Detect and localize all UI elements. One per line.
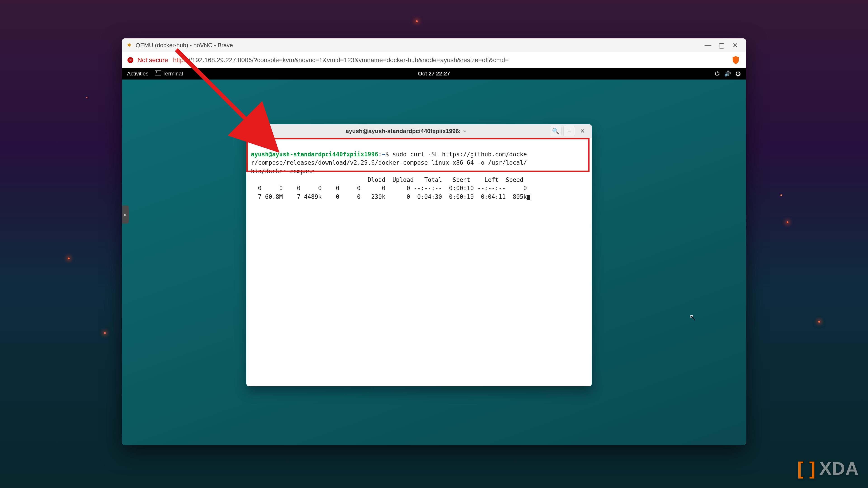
address-bar[interactable]: ✕ Not secure https://192.168.29.227:8006… xyxy=(122,52,746,68)
ember-particle xyxy=(416,20,418,22)
power-icon[interactable]: ⏻ xyxy=(736,70,741,77)
network-icon[interactable]: ⌬ xyxy=(715,70,720,77)
terminal-body[interactable]: ayush@ayush-standardpci440fxpiix1996:~$ … xyxy=(246,138,592,386)
brave-shield-icon[interactable] xyxy=(731,55,741,65)
curl-output-row: 7 60.8M 7 4489k 0 0 230k 0 0:04:30 0:00:… xyxy=(251,193,527,200)
volume-icon[interactable]: 🔊 xyxy=(724,70,731,77)
terminal-menu-button[interactable]: ≡ xyxy=(563,126,575,136)
prompt-user: ayush@ayush-standardpci440fxpiix1996 xyxy=(251,151,378,158)
curl-output-header: Dload Upload Total Spent Left Speed xyxy=(251,176,523,183)
window-close-button[interactable]: ✕ xyxy=(728,38,742,52)
terminal-new-tab-button[interactable]: ⊕ xyxy=(250,126,262,136)
terminal-cursor xyxy=(527,195,530,200)
terminal-title: ayush@ayush-standardpci440fxpiix1996: ~ xyxy=(263,128,549,135)
browser-window: ✶ QEMU (docker-hub) - noVNC - Brave — ▢ … xyxy=(122,38,746,445)
activities-button[interactable]: Activities xyxy=(127,70,149,77)
not-secure-icon: ✕ xyxy=(127,57,133,63)
clock[interactable]: Oct 27 22:27 xyxy=(122,70,746,77)
ember-particle xyxy=(786,221,788,223)
xda-watermark: [ ] XDA xyxy=(798,458,859,479)
curl-output-row: 0 0 0 0 0 0 0 0 --:--:-- 0:00:10 --:--:-… xyxy=(251,185,527,192)
window-minimize-button[interactable]: — xyxy=(701,38,715,52)
ember-particle xyxy=(104,332,106,334)
window-maximize-button[interactable]: ▢ xyxy=(715,38,728,52)
tab-favicon: ✶ xyxy=(126,42,132,48)
novnc-viewport[interactable]: Activities Terminal Oct 27 22:27 ⌬ 🔊 ⏻ ▸… xyxy=(122,68,746,445)
xda-bracket-icon: [ ] xyxy=(798,458,816,479)
tab-title: QEMU (docker-hub) - noVNC - Brave xyxy=(135,42,233,49)
url-text: https://192.168.29.227:8006/?console=kvm… xyxy=(173,57,508,64)
prompt-path: ~ xyxy=(382,151,385,158)
ember-particle xyxy=(818,321,820,323)
terminal-icon xyxy=(155,70,161,75)
browser-titlebar: ✶ QEMU (docker-hub) - noVNC - Brave — ▢ … xyxy=(122,38,746,52)
current-app-indicator[interactable]: Terminal xyxy=(155,70,183,77)
novnc-panel-handle[interactable]: ▸ xyxy=(122,205,129,224)
not-secure-label: Not secure xyxy=(137,57,168,64)
ember-particle xyxy=(68,258,70,259)
terminal-close-button[interactable]: ✕ xyxy=(577,126,588,136)
gnome-terminal-window: ⊕ ayush@ayush-standardpci440fxpiix1996: … xyxy=(246,124,592,386)
terminal-header: ⊕ ayush@ayush-standardpci440fxpiix1996: … xyxy=(246,124,592,138)
gnome-top-bar: Activities Terminal Oct 27 22:27 ⌬ 🔊 ⏻ xyxy=(122,68,746,79)
mouse-cursor: ↖ xyxy=(689,313,696,322)
terminal-search-button[interactable]: 🔍 xyxy=(550,126,561,136)
